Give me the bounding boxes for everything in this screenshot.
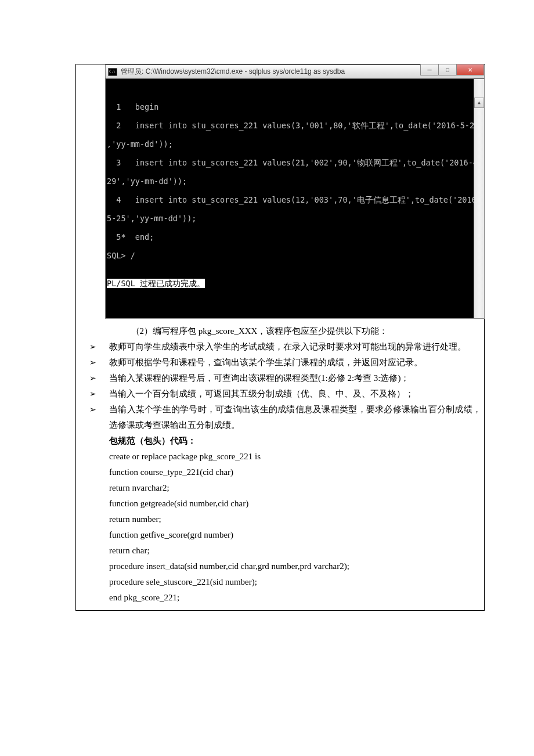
maximize-icon: □ <box>446 67 449 73</box>
code-heading: 包规范（包头）代码： <box>109 433 481 449</box>
terminal-body[interactable]: 1 begin 2 insert into stu_scores_221 val… <box>105 78 485 319</box>
terminal-title: 管理员: C:\Windows\system32\cmd.exe - sqlpl… <box>121 67 345 77</box>
terminal-line: 2 insert into stu_scores_221 values(3,'0… <box>107 121 483 130</box>
list-item-text: 教师可根据学号和课程号，查询出该某个学生某门课程的成绩，并返回对应记录。 <box>109 355 481 370</box>
close-button[interactable]: ✕ <box>456 64 484 75</box>
list-item-text: 当输入某个学生的学号时，可查询出该生的成绩信息及课程类型，要求必修课输出百分制成… <box>109 402 481 433</box>
terminal-line: 4 insert into stu_scores_221 values(12,'… <box>107 195 483 204</box>
list-item: ➢ 当输入一个百分制成绩，可返回其五级分制成绩（优、良、中、及、不及格）； <box>89 386 481 402</box>
code-line: function getgreade(sid number,cid char) <box>109 496 481 512</box>
terminal-line: ,'yy-mm-dd')); <box>107 139 483 149</box>
code-line: procedure sele_stuscore_221(sid number); <box>109 574 481 590</box>
minimize-icon: ─ <box>427 67 431 73</box>
code-line: create or replace package pkg_score_221 … <box>109 449 481 465</box>
bullet-icon: ➢ <box>89 402 109 433</box>
code-line: end pkg_score_221; <box>109 590 481 606</box>
window-controls: ─ □ ✕ <box>421 64 484 75</box>
code-line: return number; <box>109 512 481 527</box>
bullet-icon: ➢ <box>89 355 109 370</box>
list-item-text: 教师可向学生成绩表中录入学生的考试成绩，在录入记录时要求对可能出现的异常进行处理… <box>109 339 481 355</box>
code-line: function getfive_score(grd number) <box>109 527 481 543</box>
terminal-line: 5* end; <box>107 232 483 242</box>
terminal-scrollbar[interactable]: ▲ <box>474 79 484 318</box>
terminal-titlebar: 管理员: C:\Windows\system32\cmd.exe - sqlpl… <box>105 64 485 78</box>
list-item: ➢ 当输入某个学生的学号时，可查询出该生的成绩信息及课程类型，要求必修课输出百分… <box>89 402 481 433</box>
bullet-icon: ➢ <box>89 386 109 402</box>
close-icon: ✕ <box>468 67 472 73</box>
bullet-icon: ➢ <box>89 339 109 355</box>
cmd-icon <box>108 68 117 76</box>
terminal-line: 29','yy-mm-dd')); <box>107 177 483 186</box>
list-item-text: 当输入某课程的课程号后，可查询出该课程的课程类型(1:必修 2:考查 3:选修)… <box>109 370 481 386</box>
maximize-button[interactable]: □ <box>438 64 457 75</box>
list-item: ➢ 当输入某课程的课程号后，可查询出该课程的课程类型(1:必修 2:考查 3:选… <box>89 370 481 386</box>
document-content: （2）编写程序包 pkg_score_XXX，该程序包应至少提供以下功能： ➢ … <box>76 323 484 610</box>
code-line: function course_type_221(cid char) <box>109 465 481 480</box>
terminal-line: SQL> / <box>107 251 483 260</box>
code-line: return char; <box>109 543 481 559</box>
document-frame: 管理员: C:\Windows\system32\cmd.exe - sqlpl… <box>75 64 485 611</box>
intro-paragraph: （2）编写程序包 pkg_score_XXX，该程序包应至少提供以下功能： <box>109 323 481 339</box>
terminal-line: 3 insert into stu_scores_221 values(21,'… <box>107 158 483 167</box>
list-item: ➢ 教师可向学生成绩表中录入学生的考试成绩，在录入记录时要求对可能出现的异常进行… <box>89 339 481 355</box>
terminal-line: 1 begin <box>107 102 483 111</box>
scroll-up-button[interactable]: ▲ <box>474 98 484 108</box>
chevron-up-icon: ▲ <box>478 98 481 107</box>
feature-list: ➢ 教师可向学生成绩表中录入学生的考试成绩，在录入记录时要求对可能出现的异常进行… <box>89 339 481 433</box>
code-line: procedure insert_data(sid number,cid cha… <box>109 559 481 574</box>
code-block: 包规范（包头）代码： create or replace package pkg… <box>109 433 481 606</box>
minimize-button[interactable]: ─ <box>420 64 439 75</box>
terminal-window: 管理员: C:\Windows\system32\cmd.exe - sqlpl… <box>105 64 485 319</box>
list-item: ➢ 教师可根据学号和课程号，查询出该某个学生某门课程的成绩，并返回对应记录。 <box>89 355 481 370</box>
code-line: return nvarchar2; <box>109 480 481 496</box>
terminal-line: 5-25','yy-mm-dd')); <box>107 214 483 223</box>
list-item-text: 当输入一个百分制成绩，可返回其五级分制成绩（优、良、中、及、不及格）； <box>109 386 481 402</box>
terminal-line: PL/SQL 过程已成功完成。 <box>107 279 483 288</box>
bullet-icon: ➢ <box>89 370 109 386</box>
